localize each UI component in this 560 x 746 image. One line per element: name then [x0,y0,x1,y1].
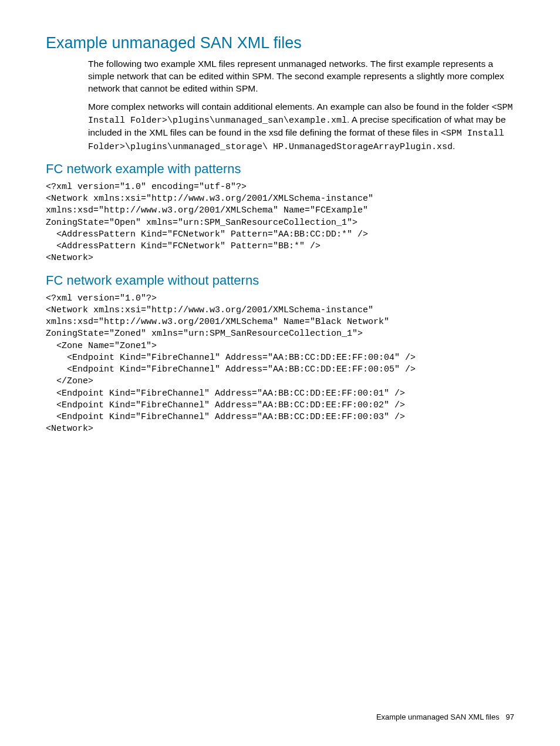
code-block-with-patterns: <?xml version="1.0" encoding="utf-8"?> <… [46,181,514,265]
page-footer: Example unmanaged SAN XML files 97 [376,713,514,721]
footer-title: Example unmanaged SAN XML files [376,713,500,721]
intro-paragraph-1: The following two example XML files repr… [88,58,514,95]
intro-paragraph-2: More complex networks will contain addit… [88,101,514,153]
footer-page-number: 97 [506,713,514,721]
subheading-without-patterns: FC network example without patterns [46,273,514,288]
page-heading: Example unmanaged SAN XML files [46,34,514,52]
code-block-without-patterns: <?xml version="1.0"?> <Network xmlns:xsi… [46,293,514,436]
subheading-with-patterns: FC network example with patterns [46,161,514,177]
para2-part-a: More complex networks will contain addit… [88,102,492,112]
para2-part-c: . [453,141,455,151]
